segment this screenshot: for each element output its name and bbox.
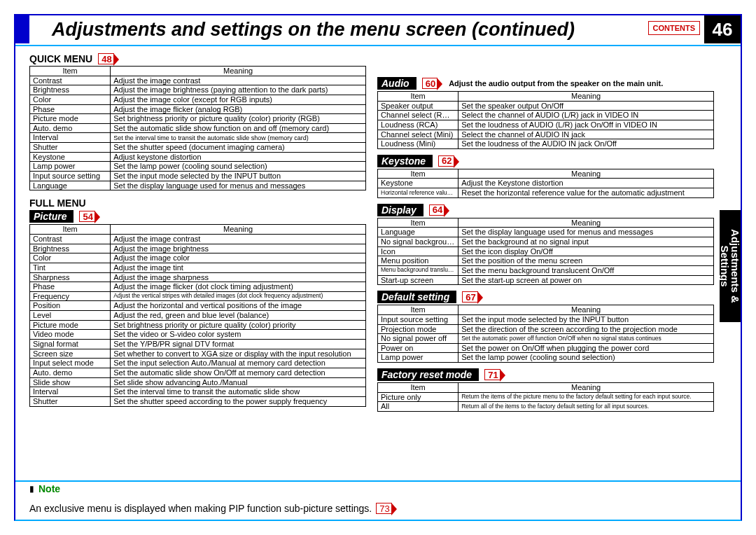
- left-column: QUICK MENU 48 Item Meaning ContrastAdjus…: [29, 49, 366, 412]
- table-row: PositionAdjust the horizontal and vertic…: [30, 301, 366, 311]
- table-row: ContrastAdjust the image contrast: [30, 76, 366, 85]
- table-row: No signal power offSet the automatic pow…: [378, 334, 714, 344]
- factory-reset-header: Factory reset mode 71: [377, 368, 714, 381]
- right-column: Audio 60 Adjust the audio output from th…: [377, 49, 714, 412]
- quick-menu-header: QUICK MENU 48: [29, 53, 366, 64]
- table-row: ShutterSet the shutter speed (document i…: [30, 143, 366, 153]
- table-row: Slide showSet slide show advancing Auto.…: [30, 377, 366, 387]
- table-row: ShutterSet the shutter speed according t…: [30, 396, 366, 406]
- table-row: Auto. demoSet the automatic slide show O…: [30, 368, 366, 377]
- table-row: BrightnessAdjust the image brightness (p…: [30, 85, 366, 95]
- table-row: IntervalSet the interval time to transit…: [30, 387, 366, 397]
- note-section: ▮ Note An exclusive menu is displayed wh…: [29, 483, 431, 514]
- display-header: Display 64: [377, 204, 714, 216]
- table-row: Auto. demoSet the automatic slide show f…: [30, 123, 366, 133]
- table-row: Projection modeSet the direction of the …: [378, 324, 714, 334]
- header: Adjustments and settings on the menu scr…: [31, 15, 575, 43]
- table-row: ContrastAdjust the image contrast: [30, 234, 366, 244]
- table-row: BrightnessAdjust the image brightness: [30, 244, 366, 253]
- table-row: Input select modeSet the input selection…: [30, 359, 366, 368]
- table-row: Picture modeSet brightness priority or p…: [30, 320, 366, 330]
- keystone-table: ItemMeaning KeystoneAdjust the Keystone …: [377, 169, 714, 198]
- factory-reset-label: Factory reset mode: [377, 368, 479, 381]
- section-tab: Adjustments &Settings: [720, 210, 741, 322]
- table-row: Menu background translucentSet the menu …: [378, 265, 714, 275]
- table-row: Power onSet the power on On/Off when plu…: [378, 343, 714, 353]
- table-row: No signal backgroundSet the background a…: [378, 237, 714, 247]
- table-row: FrequencyAdjust the vertical stripes wit…: [30, 291, 366, 301]
- table-row: Screen sizeSet whether to convert to XGA…: [30, 349, 366, 359]
- top-divider: [15, 45, 741, 46]
- default-setting-table: ItemMeaning Input source settingSet the …: [377, 305, 714, 363]
- table-row: IntervalSet the interval time to transit…: [30, 133, 366, 143]
- full-menu-header: FULL MENU: [29, 197, 366, 209]
- audio-table: ItemMeaning Speaker outputSet the speake…: [377, 91, 714, 149]
- quick-menu-table: Item Meaning ContrastAdjust the image co…: [29, 66, 366, 190]
- audio-label: Audio: [377, 77, 416, 90]
- table-row: Video modeSet the video or S-video color…: [30, 330, 366, 340]
- table-row: PhaseAdjust the image flicker (analog RG…: [30, 104, 366, 114]
- table-row: Lamp powerSet the lamp power (cooling so…: [378, 353, 714, 363]
- table-row: TintAdjust the image tint: [30, 263, 366, 272]
- note-icon: ▮: [29, 484, 34, 494]
- audio-desc: Adjust the audio output from the speaker…: [449, 79, 663, 88]
- table-row: Start-up screenSet the start-up screen a…: [378, 275, 714, 285]
- table-row: Loudness (RCA)Set the loudness of AUDIO …: [378, 120, 714, 130]
- page-ref-link[interactable]: 48: [98, 53, 113, 64]
- table-row: Input source settingSet the input mode s…: [378, 314, 714, 324]
- table-row: Input source settingSet the input mode s…: [30, 172, 366, 181]
- table-row: Loudness (Mini)Set the loudness of the A…: [378, 139, 714, 149]
- note-label: Note: [38, 483, 60, 494]
- col-item: Item: [30, 67, 111, 76]
- table-row: Picture onlyReturn the items of the pict…: [378, 392, 714, 402]
- table-row: LanguageSet the display language used fo…: [30, 181, 366, 190]
- default-setting-header: Default setting 67: [377, 291, 714, 303]
- quick-menu-heading: QUICK MENU: [29, 53, 92, 64]
- audio-header: Audio 60 Adjust the audio output from th…: [377, 77, 714, 90]
- page-ref-link[interactable]: 73: [376, 503, 391, 514]
- table-row: Signal formatSet the Y/PB/PR signal DTV …: [30, 340, 366, 349]
- table-row: KeystoneAdjust the Keystone distortion: [378, 179, 714, 188]
- default-setting-label: Default setting: [377, 291, 456, 303]
- page-ref-num: 48: [102, 54, 111, 64]
- bottom-divider: [15, 480, 741, 482]
- table-header-row: Item Meaning: [30, 67, 366, 76]
- table-header-row: ItemMeaning: [378, 383, 714, 393]
- page-ref-link[interactable]: 54: [79, 211, 94, 222]
- table-row: AllReturn all of the items to the factor…: [378, 402, 714, 412]
- col-meaning: Meaning: [111, 67, 366, 76]
- table-row: IconSet the icon display On/Off: [378, 246, 714, 256]
- page-ref-link[interactable]: 64: [429, 204, 444, 216]
- table-row: Channel select (RCA)Select the channel o…: [378, 111, 714, 120]
- table-header-row: ItemMeaning: [378, 92, 714, 102]
- table-row: ColorAdjust the image color: [30, 253, 366, 263]
- table-row: LevelAdjust the red, green and blue leve…: [30, 311, 366, 321]
- table-header-row: ItemMeaning: [378, 169, 714, 179]
- note-text: An exclusive menu is displayed when maki…: [29, 503, 372, 514]
- page-ref-link[interactable]: 60: [422, 78, 438, 89]
- table-row: PhaseAdjust the image flicker (dot clock…: [30, 282, 366, 292]
- page-ref-link[interactable]: 71: [484, 369, 500, 380]
- table-header-row: Item Meaning: [30, 225, 366, 235]
- keystone-label: Keystone: [377, 155, 433, 167]
- table-row: ColorAdjust the image color (except for …: [30, 95, 366, 104]
- contents-button[interactable]: CONTENTS: [648, 21, 701, 35]
- table-row: Picture modeSet brightness priority or p…: [30, 114, 366, 124]
- page-number: 46: [704, 15, 741, 43]
- page-title: Adjustments and settings on the menu scr…: [52, 19, 575, 41]
- picture-label: Picture: [29, 210, 74, 223]
- table-header-row: ItemMeaning: [378, 305, 714, 315]
- page-ref-link[interactable]: 62: [438, 155, 454, 167]
- display-table: ItemMeaning LanguageSet the display lang…: [377, 218, 714, 285]
- table-row: Channel select (Mini)Select the channel …: [378, 130, 714, 139]
- page-ref-link[interactable]: 67: [462, 291, 477, 303]
- table-header-row: ItemMeaning: [378, 218, 714, 228]
- title-accent-bar: [15, 15, 29, 43]
- table-row: LanguageSet the display language used fo…: [378, 228, 714, 237]
- picture-header: Picture 54: [29, 210, 366, 223]
- display-label: Display: [377, 204, 424, 216]
- table-row: Speaker outputSet the speaker output On/…: [378, 101, 714, 111]
- table-row: Horizontal reference value resetReset th…: [378, 188, 714, 198]
- picture-table: Item Meaning ContrastAdjust the image co…: [29, 224, 366, 406]
- section-tab-text: Adjustments &Settings: [720, 229, 741, 303]
